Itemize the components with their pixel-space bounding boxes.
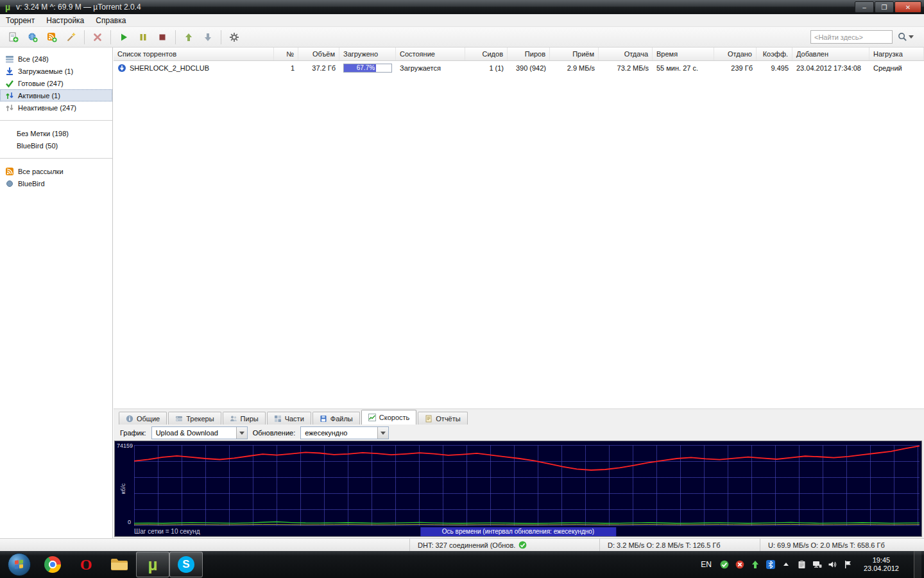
graph-type-dropdown[interactable]: Upload & Download [151,426,248,439]
toolbar-separator [175,30,176,44]
sidebar-item-label: Загружаемые (1) [18,67,73,75]
move-up-queue-button[interactable] [179,29,198,46]
column-header-uploaded[interactable]: Отдано [714,48,757,60]
tab-label: Пиры [241,415,259,423]
sidebar-item-bluebird-feed[interactable]: BlueBird [0,177,112,189]
menu-help[interactable]: Справка [90,15,132,26]
tab-peers[interactable]: Пиры [223,412,266,425]
taskbar-explorer-button[interactable] [103,552,136,577]
column-header-done[interactable]: Загружено [339,48,396,60]
stop-icon [157,32,167,42]
taskbar-skype-button[interactable]: S [169,552,203,577]
start-button[interactable] [8,553,31,576]
list-all-icon [5,55,14,64]
app-body: Все (248) Загружаемые (1) Готовые (247) … [0,48,924,538]
sidebar-item-all-feeds[interactable]: Все рассылки [0,165,112,177]
table-row[interactable]: SHERLOCK_2_HDCLUB 1 37.2 Гб 67.7% Загруж… [114,61,924,74]
arrow-down-icon [203,32,213,42]
taskbar-chrome-button[interactable] [36,552,69,577]
column-header-down-speed[interactable]: Приём [550,48,599,60]
start-torrent-button[interactable] [114,29,133,46]
update-interval-value: ежесекундно [305,429,347,437]
sidebar-item-all[interactable]: Все (248) [0,53,112,65]
language-indicator[interactable]: EN [698,560,714,569]
active-arrows-icon [5,91,14,100]
upload-status-segment: U: 69.9 МБ/s O: 2.0 МБ/s T: 658.6 Гб [760,539,924,551]
progress-bar: 67.7% [343,64,392,73]
column-header-eta[interactable]: Время [653,48,714,60]
tab-general[interactable]: Общие [119,412,167,425]
menu-settings[interactable]: Настройка [40,15,90,26]
skype-icon: S [178,556,194,573]
sidebar-item-label: Все (248) [18,55,49,63]
torrent-up-speed: 73.2 МБ/s [599,64,653,72]
dropdown-arrow-icon [236,427,247,439]
sidebar-item-bluebird-label[interactable]: BlueBird (50) [0,139,112,152]
tray-bluetooth-icon[interactable] [766,560,776,570]
y-axis-zero-label: 0 [128,519,131,525]
tray-green-arrow-icon[interactable] [751,560,760,570]
column-header-name[interactable]: Список торрентов [114,48,274,60]
column-header-seeds[interactable]: Сидов [465,48,508,60]
sidebar-item-no-label[interactable]: Без Метки (198) [0,127,112,139]
download-arrow-icon [5,67,14,76]
pause-torrent-button[interactable] [133,29,153,46]
sidebar-item-active[interactable]: Активные (1) [0,89,112,101]
window-controls: – ❐ ✕ [855,1,921,13]
column-header-load[interactable]: Нагрузка [869,48,924,60]
sidebar-item-label: Активные (1) [18,92,60,100]
tray-hidden-icons-arrow[interactable] [782,560,791,570]
sidebar-item-inactive[interactable]: Неактивные (247) [0,101,112,114]
tray-action-center-flag-icon[interactable] [843,560,853,570]
tab-trackers[interactable]: Трекеры [168,412,221,425]
column-header-status[interactable]: Состояние [396,48,465,60]
search-button[interactable] [894,30,916,44]
sidebar-item-completed[interactable]: Готовые (247) [0,77,112,89]
add-torrent-button[interactable] [4,29,23,46]
search-area [810,30,916,44]
column-header-number[interactable]: № [274,48,298,60]
taskbar-utorrent-button[interactable]: µ [136,552,169,577]
show-desktop-button[interactable] [914,551,921,578]
column-header-ratio[interactable]: Коэфф. [757,48,792,60]
search-input[interactable] [810,30,893,44]
column-header-peers[interactable]: Пиров [508,48,550,60]
torrent-seeds: 1 (1) [465,64,508,72]
add-rss-icon [47,32,57,42]
restore-button[interactable]: ❐ [875,1,894,13]
tab-pieces[interactable]: Части [267,412,311,425]
taskbar-clock[interactable]: 19:45 23.04.2012 [859,556,904,573]
tab-speed[interactable]: Скорость [361,410,417,425]
menu-torrent[interactable]: Торрент [0,15,40,26]
remove-torrent-button[interactable] [88,29,107,46]
minimize-button[interactable]: – [855,1,874,13]
torrent-size: 37.2 Гб [298,64,339,72]
gear-icon [229,32,239,42]
tray-green-check-icon[interactable] [720,560,730,570]
torrent-progress-cell: 67.7% [339,64,396,73]
column-header-added[interactable]: Добавлен [792,48,869,60]
progress-fill: 67.7% [344,64,376,72]
tab-files[interactable]: Файлы [312,412,360,425]
tray-network-icon[interactable] [812,560,822,570]
tray-red-badge-icon[interactable] [735,560,745,570]
create-torrent-button[interactable] [62,29,81,46]
torrent-name: SHERLOCK_2_HDCLUB [130,64,209,72]
stop-torrent-button[interactable] [153,29,172,46]
tray-volume-icon[interactable] [828,560,837,570]
column-header-up-speed[interactable]: Отдача [599,48,653,60]
preferences-button[interactable] [225,29,244,46]
move-down-queue-button[interactable] [198,29,218,46]
add-torrent-url-button[interactable] [23,29,42,46]
feed-dot-icon [5,179,14,188]
update-interval-dropdown[interactable]: ежесекундно [300,426,389,439]
add-rss-feed-button[interactable] [42,29,62,46]
sidebar-item-downloading[interactable]: Загружаемые (1) [0,65,112,77]
column-header-size[interactable]: Объём [298,48,339,60]
close-button[interactable]: ✕ [894,1,921,13]
torrent-load: Средний [869,64,924,72]
tray-clipboard-icon[interactable] [797,560,807,570]
dropdown-arrow-icon [377,427,388,439]
taskbar-opera-button[interactable]: O [69,552,103,577]
tab-logger[interactable]: Отчёты [418,412,467,425]
